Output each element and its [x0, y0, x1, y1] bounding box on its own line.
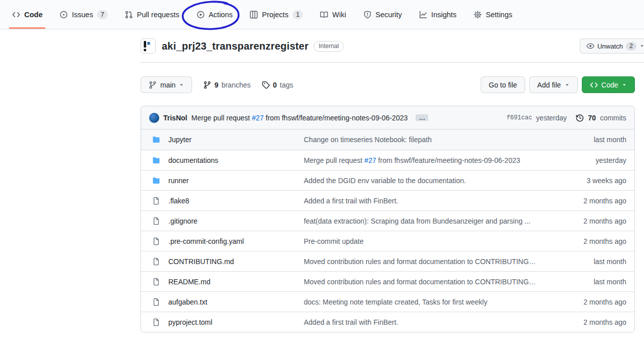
commit-message-text: Added the DGID env variable to the docum… — [304, 177, 466, 185]
file-commit-message[interactable]: Merge pull request #27 from fhswf/featur… — [304, 156, 566, 164]
history-clock-icon — [576, 114, 584, 122]
code-icon — [12, 11, 20, 19]
tab-label: Code — [24, 11, 42, 19]
tags-label: tags — [280, 81, 293, 89]
tags-link[interactable]: 0 tags — [262, 81, 293, 89]
tab-code[interactable]: Code — [8, 0, 47, 29]
file-name-link[interactable]: .gitignore — [168, 217, 304, 225]
tab-label: Pull requests — [137, 11, 179, 19]
add-file-button[interactable]: Add file — [529, 76, 578, 93]
git-branch-icon — [149, 81, 157, 89]
pr-number-link[interactable]: #27 — [364, 156, 376, 164]
file-commit-date: 2 months ago — [566, 197, 626, 205]
tab-counter-badge: 7 — [97, 10, 108, 19]
file-name-link[interactable]: README.md — [168, 278, 304, 286]
commit-message-text: feat(data extraction): Scraping data fro… — [304, 217, 530, 225]
commit-date: yesterday — [536, 114, 567, 122]
file-commit-message[interactable]: Added a first trail with FinBert. — [304, 197, 566, 205]
table-row: CONTRIBUTING.md Moved contribution rules… — [141, 251, 634, 271]
file-name-link[interactable]: Jupyter — [168, 136, 304, 144]
org-avatar[interactable] — [141, 38, 156, 54]
issue-icon — [60, 11, 68, 19]
tab-actions[interactable]: Actions — [193, 0, 237, 29]
pr-number-link[interactable]: #27 — [252, 114, 263, 122]
commit-message[interactable]: Merge pull request #27 from fhswf/featur… — [191, 114, 407, 122]
commit-message-text: docs: Meeting note template created, Tas… — [304, 298, 487, 306]
table-row: .flake8 Added a first trail with FinBert… — [141, 190, 634, 210]
tab-label: Projects — [262, 11, 288, 19]
commit-message-text: Added a first trail with FinBert. — [304, 197, 398, 205]
git-branch-icon — [203, 81, 211, 89]
file-name-link[interactable]: .flake8 — [168, 197, 304, 205]
file-name-link[interactable]: runner — [168, 177, 304, 185]
tab-security[interactable]: Security — [359, 0, 406, 29]
shield-icon — [363, 11, 372, 19]
file-icon — [152, 278, 160, 286]
page-title[interactable]: aki_prj23_transparenzregister — [162, 40, 308, 52]
commit-author[interactable]: TrisNol — [163, 114, 187, 122]
chevron-down-icon — [639, 44, 644, 49]
go-to-file-button[interactable]: Go to file — [481, 76, 525, 93]
file-icon — [152, 298, 160, 306]
project-icon — [250, 11, 258, 19]
file-commit-date: 3 weeks ago — [566, 177, 626, 185]
file-commit-message[interactable]: Moved contribution rules and format docu… — [304, 278, 566, 286]
table-row: Jupyter Change on timeseries Notebook: f… — [141, 130, 634, 150]
unwatch-button[interactable]: Unwatch 2 — [580, 38, 644, 54]
gear-icon — [474, 11, 482, 19]
tab-label: Wiki — [332, 11, 346, 19]
file-commit-date: 2 months ago — [566, 237, 626, 245]
tab-pull-requests[interactable]: Pull requests — [121, 0, 183, 29]
tab-issues[interactable]: Issues 7 — [56, 0, 112, 29]
commits-label[interactable]: commits — [600, 114, 626, 122]
file-commit-date: 2 months ago — [566, 298, 626, 306]
file-icon — [152, 217, 160, 225]
table-row: .pre-commit-config.yaml Pre-commit updat… — [141, 231, 634, 251]
commit-message-expand-button[interactable]: … — [416, 114, 428, 121]
table-row: aufgaben.txt docs: Meeting note template… — [141, 291, 634, 312]
commits-count[interactable]: 70 — [588, 114, 596, 122]
pr-icon — [125, 11, 133, 19]
folder-icon — [152, 177, 160, 185]
code-download-button[interactable]: Code — [582, 76, 635, 93]
commit-author-avatar[interactable] — [149, 113, 159, 123]
tab-wiki[interactable]: Wiki — [316, 0, 350, 29]
branches-link[interactable]: 9 branches — [203, 81, 250, 89]
file-commit-date: 2 months ago — [566, 217, 626, 225]
tab-projects[interactable]: Projects 1 — [246, 0, 307, 29]
repo-toolbar: main 9 branches 0 tags Go to file Add fi… — [141, 76, 644, 93]
tab-label: Settings — [486, 11, 512, 19]
file-browser-table: TrisNol Merge pull request #27 from fhsw… — [141, 106, 635, 332]
file-commit-date: last month — [566, 278, 626, 286]
chevron-down-icon — [622, 82, 627, 88]
file-icon — [152, 237, 160, 245]
commit-message-prefix: Merge pull request — [191, 114, 252, 122]
tab-label: Security — [376, 11, 402, 19]
tab-label: Actions — [209, 11, 233, 19]
tags-count: 0 — [273, 81, 277, 89]
file-commit-message[interactable]: Added the DGID env variable to the docum… — [304, 177, 566, 185]
file-commit-message[interactable]: docs: Meeting note template created, Tas… — [304, 298, 566, 306]
commit-meta: f691cac yesterday 70 commits — [507, 114, 626, 122]
table-row: pyproject.toml Added a first trail with … — [141, 312, 634, 332]
commit-sha-link[interactable]: f691cac — [507, 114, 532, 121]
graph-icon — [419, 11, 427, 19]
file-name-link[interactable]: aufgaben.txt — [168, 298, 304, 306]
file-name-link[interactable]: pyproject.toml — [168, 318, 304, 326]
file-commit-date: last month — [566, 257, 626, 266]
chevron-down-icon — [179, 82, 184, 88]
tab-settings[interactable]: Settings — [470, 0, 516, 29]
file-commit-message[interactable]: Change on timeseries Notebook: filepath — [304, 136, 566, 144]
file-commit-message[interactable]: feat(data extraction): Scraping data fro… — [304, 217, 566, 225]
file-commit-message[interactable]: Added a first trail with FinBert. — [304, 318, 566, 326]
file-commit-message[interactable]: Moved contribution rules and format docu… — [304, 257, 566, 266]
commit-message-text: from fhswf/feature/meeting-notes-09-06-2… — [376, 156, 520, 164]
tab-counter-badge: 1 — [293, 10, 303, 19]
file-name-link[interactable]: CONTRIBUTING.md — [168, 257, 304, 266]
file-name-link[interactable]: documentations — [168, 156, 304, 164]
file-commit-message[interactable]: Pre-commit update — [304, 237, 566, 245]
file-name-link[interactable]: .pre-commit-config.yaml — [168, 237, 304, 245]
branch-selector-button[interactable]: main — [141, 76, 192, 93]
tab-insights[interactable]: Insights — [415, 0, 461, 29]
book-icon — [320, 11, 328, 19]
